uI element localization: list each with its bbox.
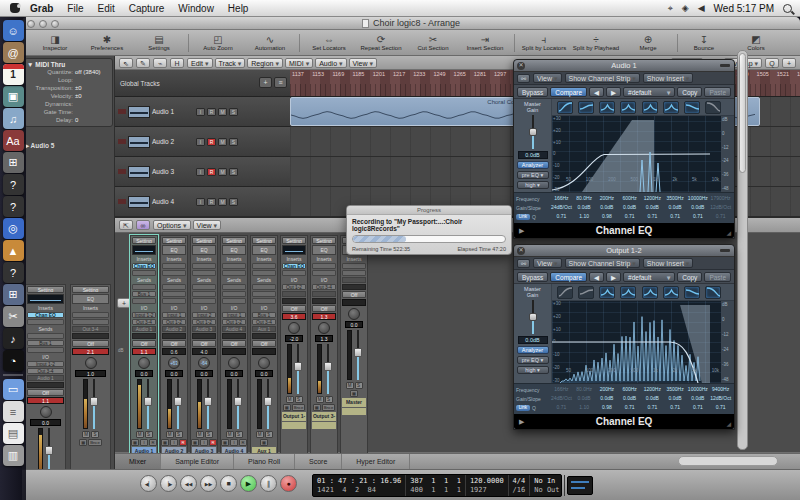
input-monitor-button[interactable]: I bbox=[230, 439, 238, 446]
eq-slot[interactable]: EQ bbox=[72, 294, 109, 304]
band-5-button[interactable] bbox=[642, 286, 658, 299]
band-8-button[interactable] bbox=[705, 286, 721, 299]
transport-forward-button[interactable]: ▶▶ bbox=[200, 475, 217, 492]
automation-mode-button[interactable]: Off bbox=[252, 340, 276, 347]
insert-slot[interactable] bbox=[27, 319, 64, 325]
spotlight-icon[interactable] bbox=[783, 4, 792, 13]
insert-slot[interactable] bbox=[312, 270, 336, 276]
eq-slot[interactable]: EQ bbox=[252, 245, 276, 255]
bounce-button[interactable]: Bnce bbox=[322, 404, 336, 411]
toolbar-button-automation[interactable]: ∿Automation bbox=[244, 34, 296, 52]
global-tracks-header[interactable]: Global Tracks + ≡ bbox=[115, 70, 290, 97]
mute-button[interactable]: M bbox=[196, 431, 204, 438]
automation-mode-button[interactable]: Off bbox=[72, 340, 109, 347]
fader-value[interactable]: -2.0 bbox=[285, 335, 303, 342]
input-slot[interactable]: Input 1-2 bbox=[27, 361, 64, 367]
dock-icon-grab[interactable]: ✂ bbox=[3, 306, 24, 327]
band-3-button[interactable] bbox=[599, 101, 615, 114]
band-q-value[interactable]: 0.71 bbox=[618, 403, 641, 412]
band-frequency-value[interactable]: 600Hz bbox=[618, 194, 641, 203]
vertical-scrollbar[interactable] bbox=[737, 50, 748, 450]
analyzer-mode-popup[interactable]: pre EQ ▾ bbox=[517, 356, 549, 364]
band-gain-value[interactable]: 0.0dB bbox=[664, 203, 687, 212]
solo-button[interactable]: S bbox=[295, 396, 303, 403]
send-slot[interactable] bbox=[132, 298, 156, 304]
compare-button[interactable]: Compare bbox=[550, 272, 587, 282]
band-1-button[interactable] bbox=[557, 286, 573, 299]
analyzer-button[interactable]: Analyzer bbox=[517, 346, 549, 354]
insert-slot[interactable] bbox=[162, 263, 186, 269]
fader-value[interactable]: 1.3 bbox=[315, 335, 333, 342]
volume-fader[interactable] bbox=[144, 379, 152, 429]
dock-icon-calculator[interactable]: ⊞ bbox=[3, 152, 24, 173]
link-button[interactable]: ⚯ bbox=[517, 74, 530, 83]
band-1-readout[interactable]: 166Hz24dB/Oct0.71 bbox=[550, 385, 573, 412]
zoom-tool-button[interactable]: H bbox=[170, 58, 184, 68]
group-slot[interactable] bbox=[342, 284, 366, 290]
peak-display[interactable]: 4.0 bbox=[192, 348, 216, 355]
mute-button[interactable]: M bbox=[82, 431, 90, 438]
track-mute-button[interactable]: M bbox=[218, 198, 227, 206]
fader-value[interactable]: 0.0 bbox=[345, 321, 363, 328]
bounce-button[interactable]: Bnce bbox=[88, 439, 102, 446]
band-gain-value[interactable]: 0.0dB bbox=[641, 203, 664, 212]
tab-score[interactable]: Score bbox=[295, 454, 342, 469]
track-mute-button[interactable]: M bbox=[218, 138, 227, 146]
close-icon[interactable]: ✕ bbox=[517, 62, 525, 70]
pan-knob[interactable]: -64 bbox=[198, 357, 210, 369]
send-slot[interactable] bbox=[27, 347, 64, 353]
send-slot[interactable] bbox=[192, 284, 216, 290]
track-record-button[interactable]: R bbox=[207, 198, 216, 206]
band-frequency-value[interactable]: 1200Hz bbox=[641, 194, 664, 203]
link-button[interactable]: Link bbox=[516, 405, 530, 411]
window-titlebar[interactable]: Choir logic8 - Arrange bbox=[22, 17, 800, 30]
pan-knob[interactable] bbox=[138, 357, 150, 369]
master-gain-value[interactable]: 0.0dB bbox=[518, 336, 548, 344]
input-slot[interactable]: Input 1 bbox=[222, 312, 246, 318]
band-7-button[interactable] bbox=[684, 286, 700, 299]
band-gain-value[interactable]: 0.0dB bbox=[618, 394, 641, 403]
solo-button[interactable]: S bbox=[145, 431, 153, 438]
dock-icon-spaces[interactable]: ⊞ bbox=[3, 284, 24, 305]
band-frequency-value[interactable]: 1200Hz bbox=[641, 385, 664, 394]
band-q-value[interactable]: 0.98 bbox=[596, 403, 619, 412]
plugin-titlebar[interactable]: ✕Audio 1 bbox=[514, 60, 734, 72]
insert-slot[interactable] bbox=[162, 270, 186, 276]
track-record-button[interactable]: R bbox=[207, 168, 216, 176]
insert-slot[interactable] bbox=[252, 263, 276, 269]
group-slot[interactable] bbox=[192, 333, 216, 339]
toolbar-button-set-locators[interactable]: ⇔Set Locators bbox=[303, 34, 355, 52]
send-slot[interactable]: Bus 1 bbox=[132, 291, 156, 297]
menu-edit[interactable]: Edit bbox=[97, 3, 114, 14]
insert-slot[interactable] bbox=[282, 270, 306, 276]
band-4-button[interactable] bbox=[620, 101, 636, 114]
insert-slot[interactable] bbox=[132, 270, 156, 276]
record-enable-button[interactable]: R bbox=[239, 439, 247, 446]
dock-icon-trash[interactable]: ▥ bbox=[3, 445, 24, 466]
setting-button[interactable]: Setting bbox=[282, 237, 306, 244]
zoom-out-button[interactable]: Q bbox=[765, 58, 779, 68]
track-input-button[interactable]: I bbox=[196, 138, 205, 146]
eq-thumbnail[interactable] bbox=[27, 294, 64, 304]
setting-button[interactable]: Setting bbox=[222, 237, 246, 244]
track-mute-button[interactable]: M bbox=[218, 168, 227, 176]
eq-thumbnail[interactable] bbox=[282, 245, 306, 255]
transport-goto-begin-button[interactable]: ◀▏ bbox=[140, 475, 157, 492]
input-slot[interactable]: Input 1-2 bbox=[132, 312, 156, 318]
input-monitor-button[interactable]: I bbox=[140, 439, 148, 446]
insert-slot[interactable]: Chan EQ bbox=[282, 263, 306, 269]
insert-slot[interactable] bbox=[222, 263, 246, 269]
show-insert-popup[interactable]: Show Insert ▾ bbox=[643, 258, 693, 268]
next-preset-button[interactable]: ▶ bbox=[606, 272, 621, 282]
band-frequency-value[interactable]: 3500Hz bbox=[664, 385, 687, 394]
tab-hyper-editor[interactable]: Hyper Editor bbox=[342, 454, 410, 469]
transport-play-button[interactable]: ▶ bbox=[240, 475, 257, 492]
eq-slot[interactable]: EQ bbox=[192, 245, 216, 255]
setting-button[interactable]: Setting bbox=[162, 237, 186, 244]
bypass-button[interactable]: Bypass bbox=[517, 272, 548, 282]
toolbar-button-settings[interactable]: ▤Settings bbox=[133, 34, 185, 52]
volume-fader[interactable] bbox=[90, 379, 98, 429]
volume-fader[interactable] bbox=[204, 379, 212, 429]
eq-graph-display[interactable]: +30+20+100-10-20-30501002005001k2k5k10k bbox=[552, 116, 721, 192]
toolbar-button-merge[interactable]: ⊕Merge bbox=[622, 34, 674, 52]
